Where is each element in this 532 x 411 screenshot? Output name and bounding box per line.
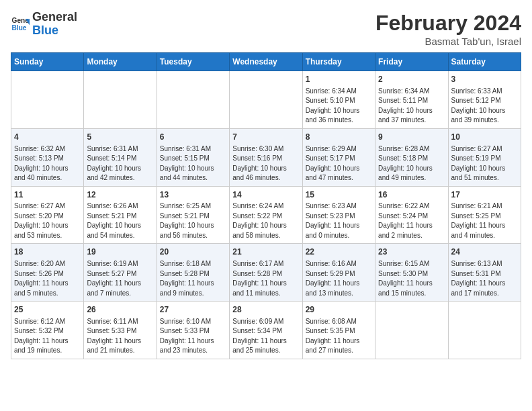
day-info: Sunrise: 6:24 AM Sunset: 5:22 PM Dayligh… [232, 201, 299, 240]
logo: General Blue General Blue [11, 11, 77, 38]
calendar-cell [84, 71, 157, 129]
day-info: Sunrise: 6:27 AM Sunset: 5:20 PM Dayligh… [14, 201, 81, 240]
day-info: Sunrise: 6:20 AM Sunset: 5:26 PM Dayligh… [14, 259, 81, 298]
day-number: 4 [14, 132, 81, 143]
day-info: Sunrise: 6:23 AM Sunset: 5:23 PM Dayligh… [306, 201, 372, 240]
day-info: Sunrise: 6:31 AM Sunset: 5:14 PM Dayligh… [87, 144, 153, 183]
day-info: Sunrise: 6:12 AM Sunset: 5:32 PM Dayligh… [14, 317, 81, 356]
day-number: 15 [306, 189, 372, 201]
day-info: Sunrise: 6:29 AM Sunset: 5:17 PM Dayligh… [306, 144, 372, 183]
calendar-cell: 3Sunrise: 6:33 AM Sunset: 5:12 PM Daylig… [448, 71, 521, 129]
calendar-week-2: 4Sunrise: 6:32 AM Sunset: 5:13 PM Daylig… [11, 128, 521, 186]
day-number: 3 [451, 74, 518, 85]
logo-text: General Blue [32, 11, 77, 38]
calendar-week-1: 1Sunrise: 6:34 AM Sunset: 5:10 PM Daylig… [11, 71, 521, 129]
day-info: Sunrise: 6:09 AM Sunset: 5:34 PM Dayligh… [232, 317, 299, 356]
weekday-header-tuesday: Tuesday [157, 53, 229, 71]
calendar-cell: 19Sunrise: 6:19 AM Sunset: 5:27 PM Dayli… [84, 244, 157, 302]
calendar-cell: 15Sunrise: 6:23 AM Sunset: 5:23 PM Dayli… [302, 186, 375, 244]
day-info: Sunrise: 6:18 AM Sunset: 5:28 PM Dayligh… [160, 259, 226, 298]
weekday-header-thursday: Thursday [302, 53, 375, 71]
day-info: Sunrise: 6:25 AM Sunset: 5:21 PM Dayligh… [160, 201, 226, 240]
weekday-header-sunday: Sunday [11, 53, 84, 71]
day-number: 6 [160, 132, 226, 143]
calendar-cell: 8Sunrise: 6:29 AM Sunset: 5:17 PM Daylig… [302, 128, 375, 186]
day-info: Sunrise: 6:32 AM Sunset: 5:13 PM Dayligh… [14, 144, 81, 183]
calendar-cell: 27Sunrise: 6:10 AM Sunset: 5:33 PM Dayli… [157, 302, 229, 359]
day-info: Sunrise: 6:31 AM Sunset: 5:15 PM Dayligh… [160, 144, 226, 183]
day-number: 20 [160, 246, 226, 258]
calendar-cell: 6Sunrise: 6:31 AM Sunset: 5:15 PM Daylig… [157, 128, 229, 186]
day-info: Sunrise: 6:22 AM Sunset: 5:24 PM Dayligh… [378, 201, 445, 240]
calendar-week-4: 18Sunrise: 6:20 AM Sunset: 5:26 PM Dayli… [11, 244, 521, 302]
calendar-cell: 1Sunrise: 6:34 AM Sunset: 5:10 PM Daylig… [302, 71, 375, 129]
day-number: 28 [232, 304, 299, 316]
logo-icon: General Blue [11, 15, 30, 34]
main-title: February 2024 [375, 11, 521, 36]
day-number: 25 [14, 304, 81, 316]
calendar-cell [11, 71, 84, 129]
calendar-cell: 5Sunrise: 6:31 AM Sunset: 5:14 PM Daylig… [84, 128, 157, 186]
day-number: 22 [306, 246, 372, 258]
day-number: 21 [232, 246, 299, 258]
day-info: Sunrise: 6:21 AM Sunset: 5:25 PM Dayligh… [451, 201, 518, 240]
day-info: Sunrise: 6:10 AM Sunset: 5:33 PM Dayligh… [160, 317, 226, 356]
weekday-header-saturday: Saturday [448, 53, 521, 71]
day-number: 2 [378, 74, 445, 85]
day-info: Sunrise: 6:26 AM Sunset: 5:21 PM Dayligh… [87, 201, 153, 240]
calendar-cell [375, 302, 448, 359]
calendar-cell: 16Sunrise: 6:22 AM Sunset: 5:24 PM Dayli… [375, 186, 448, 244]
day-number: 17 [451, 189, 518, 201]
calendar-cell: 7Sunrise: 6:30 AM Sunset: 5:16 PM Daylig… [230, 128, 302, 186]
day-number: 5 [87, 132, 153, 143]
calendar-table: SundayMondayTuesdayWednesdayThursdayFrid… [11, 52, 521, 359]
title-block: February 2024 Basmat Tab'un, Israel [375, 11, 521, 47]
day-number: 10 [451, 132, 518, 143]
calendar-cell: 28Sunrise: 6:09 AM Sunset: 5:34 PM Dayli… [230, 302, 302, 359]
sub-title: Basmat Tab'un, Israel [375, 36, 521, 47]
calendar-cell: 26Sunrise: 6:11 AM Sunset: 5:33 PM Dayli… [84, 302, 157, 359]
day-info: Sunrise: 6:17 AM Sunset: 5:28 PM Dayligh… [232, 259, 299, 298]
weekday-header-friday: Friday [375, 53, 448, 71]
day-number: 13 [160, 189, 226, 201]
calendar-cell: 13Sunrise: 6:25 AM Sunset: 5:21 PM Dayli… [157, 186, 229, 244]
calendar-cell [448, 302, 521, 359]
day-number: 16 [378, 189, 445, 201]
day-number: 9 [378, 132, 445, 143]
day-number: 8 [306, 132, 372, 143]
day-info: Sunrise: 6:27 AM Sunset: 5:19 PM Dayligh… [451, 144, 518, 183]
day-info: Sunrise: 6:33 AM Sunset: 5:12 PM Dayligh… [451, 87, 518, 126]
day-info: Sunrise: 6:11 AM Sunset: 5:33 PM Dayligh… [87, 317, 153, 356]
day-info: Sunrise: 6:34 AM Sunset: 5:11 PM Dayligh… [378, 87, 445, 126]
weekday-header-row: SundayMondayTuesdayWednesdayThursdayFrid… [11, 53, 521, 71]
calendar-body: 1Sunrise: 6:34 AM Sunset: 5:10 PM Daylig… [11, 71, 521, 359]
day-number: 26 [87, 304, 153, 316]
calendar-cell: 29Sunrise: 6:08 AM Sunset: 5:35 PM Dayli… [302, 302, 375, 359]
day-number: 19 [87, 246, 153, 258]
calendar-cell: 9Sunrise: 6:28 AM Sunset: 5:18 PM Daylig… [375, 128, 448, 186]
day-info: Sunrise: 6:30 AM Sunset: 5:16 PM Dayligh… [232, 144, 299, 183]
calendar-cell: 24Sunrise: 6:13 AM Sunset: 5:31 PM Dayli… [448, 244, 521, 302]
calendar-cell: 14Sunrise: 6:24 AM Sunset: 5:22 PM Dayli… [230, 186, 302, 244]
weekday-header-wednesday: Wednesday [230, 53, 302, 71]
calendar-cell: 12Sunrise: 6:26 AM Sunset: 5:21 PM Dayli… [84, 186, 157, 244]
day-number: 18 [14, 246, 81, 258]
svg-text:Blue: Blue [12, 24, 27, 32]
day-info: Sunrise: 6:19 AM Sunset: 5:27 PM Dayligh… [87, 259, 153, 298]
calendar-cell: 21Sunrise: 6:17 AM Sunset: 5:28 PM Dayli… [230, 244, 302, 302]
calendar-week-5: 25Sunrise: 6:12 AM Sunset: 5:32 PM Dayli… [11, 302, 521, 359]
day-info: Sunrise: 6:28 AM Sunset: 5:18 PM Dayligh… [378, 144, 445, 183]
calendar-week-3: 11Sunrise: 6:27 AM Sunset: 5:20 PM Dayli… [11, 186, 521, 244]
calendar-cell: 10Sunrise: 6:27 AM Sunset: 5:19 PM Dayli… [448, 128, 521, 186]
calendar-cell: 18Sunrise: 6:20 AM Sunset: 5:26 PM Dayli… [11, 244, 84, 302]
calendar-cell: 20Sunrise: 6:18 AM Sunset: 5:28 PM Dayli… [157, 244, 229, 302]
calendar-cell: 25Sunrise: 6:12 AM Sunset: 5:32 PM Dayli… [11, 302, 84, 359]
day-number: 12 [87, 189, 153, 201]
calendar-cell: 23Sunrise: 6:15 AM Sunset: 5:30 PM Dayli… [375, 244, 448, 302]
weekday-header-monday: Monday [84, 53, 157, 71]
day-info: Sunrise: 6:15 AM Sunset: 5:30 PM Dayligh… [378, 259, 445, 298]
day-info: Sunrise: 6:34 AM Sunset: 5:10 PM Dayligh… [306, 87, 372, 126]
calendar-cell: 4Sunrise: 6:32 AM Sunset: 5:13 PM Daylig… [11, 128, 84, 186]
day-number: 14 [232, 189, 299, 201]
calendar-cell: 11Sunrise: 6:27 AM Sunset: 5:20 PM Dayli… [11, 186, 84, 244]
